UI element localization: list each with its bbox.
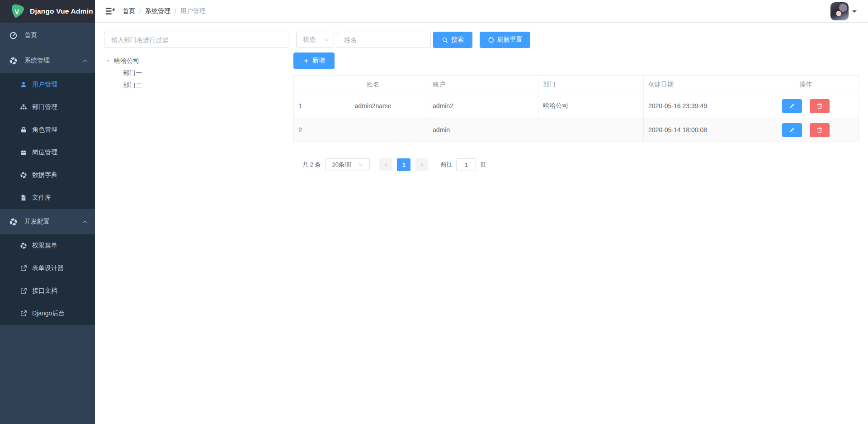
tree-node-root[interactable]: 哈哈公司 <box>104 55 289 67</box>
col-header-actions: 操作 <box>753 76 859 94</box>
logo-bar: V Django Vue Admin <box>0 0 95 23</box>
sidebar-item-label: 数据字典 <box>32 171 57 179</box>
delete-button[interactable] <box>810 99 830 113</box>
tree-node-label: 哈哈公司 <box>114 57 139 65</box>
edit-button[interactable] <box>782 99 802 113</box>
trash-icon <box>816 127 823 133</box>
caret-down-icon <box>358 162 363 168</box>
table-row: 2 admin 2020-05-14 18:00:08 <box>294 118 859 142</box>
sidebar-item-user-management[interactable]: 用户管理 <box>0 73 95 96</box>
chevron-up-icon <box>82 219 88 225</box>
status-select-placeholder: 状态 <box>303 36 316 44</box>
edit-pencil-icon <box>789 103 795 109</box>
caret-down-icon <box>852 10 857 15</box>
sidebar-item-label: 系统管理 <box>24 57 50 65</box>
sidebar-item-label: 部门管理 <box>32 103 57 111</box>
component-icon <box>9 57 18 65</box>
tree-icon <box>20 104 27 111</box>
goto-label: 前往 <box>440 161 452 169</box>
sidebar-item-dept-management[interactable]: 部门管理 <box>0 96 95 119</box>
next-page-button[interactable] <box>415 158 428 171</box>
dept-tree: 哈哈公司 部门一 部门二 <box>104 52 289 91</box>
page-content: 状态 搜索 刷新重置 哈哈公司 部门一 <box>95 23 868 424</box>
sidebar-item-label: 开发配置 <box>24 218 50 226</box>
sidebar-item-permission-menu[interactable]: 权限菜单 <box>0 234 95 257</box>
briefcase-icon <box>20 149 27 156</box>
breadcrumb: 首页 / 系统管理 / 用户管理 <box>123 7 206 15</box>
cell-actions <box>753 118 859 142</box>
page-size-select[interactable]: 20条/页 <box>325 158 370 171</box>
sidebar-item-label: 首页 <box>24 31 37 39</box>
prev-page-button[interactable] <box>379 158 392 171</box>
cell-name: admin2name <box>318 94 428 118</box>
topbar-right <box>830 2 857 20</box>
sidebar-item-dev-config[interactable]: 开发配置 <box>0 209 95 234</box>
sidebar-item-role-management[interactable]: 角色管理 <box>0 119 95 141</box>
user-avatar[interactable] <box>830 2 849 20</box>
table-header-row: 姓名 账户 部门 创建日期 操作 <box>294 76 859 94</box>
search-icon <box>442 37 448 43</box>
page-size-value: 20条/页 <box>332 161 352 169</box>
sidebar: V Django Vue Admin 首页 系统管理 用户管理 部门管理 角 <box>0 0 95 424</box>
breadcrumb-home[interactable]: 首页 <box>123 7 135 15</box>
breadcrumb-separator: / <box>139 8 141 15</box>
component-icon <box>9 218 18 226</box>
pagination: 共 2 条 20条/页 1 前往 页 <box>302 158 859 171</box>
external-link-icon <box>20 265 27 272</box>
filter-row: 状态 搜索 刷新重置 <box>104 32 859 48</box>
tree-node-child[interactable]: 部门二 <box>104 79 289 91</box>
delete-button[interactable] <box>810 123 830 137</box>
sidebar-item-post-management[interactable]: 岗位管理 <box>0 141 95 164</box>
col-header-dept: 部门 <box>538 76 644 94</box>
status-select[interactable]: 状态 <box>296 32 334 48</box>
sidebar-item-data-dict[interactable]: 数据字典 <box>0 164 95 186</box>
col-header-account: 账户 <box>428 76 538 94</box>
sidebar-menu: 首页 系统管理 用户管理 部门管理 角色管理 岗位管理 <box>0 23 95 424</box>
name-filter-input[interactable] <box>337 32 431 48</box>
col-header-name: 姓名 <box>318 76 428 94</box>
submenu-dev-config: 权限菜单 表单设计器 接口文档 Django后台 <box>0 234 95 325</box>
page-number-button[interactable]: 1 <box>397 158 410 171</box>
plus-icon <box>303 57 310 64</box>
arrow-right-icon <box>419 162 425 168</box>
app-logo-icon: V <box>10 4 24 19</box>
breadcrumb-system[interactable]: 系统管理 <box>145 7 170 15</box>
edit-button[interactable] <box>782 123 802 137</box>
cell-created: 2020-05-16 23:39:49 <box>644 94 753 118</box>
body-row: 哈哈公司 部门一 部门二 新增 <box>104 52 859 171</box>
lock-icon <box>20 126 27 133</box>
cell-actions <box>753 94 859 118</box>
breadcrumb-current: 用户管理 <box>180 7 206 15</box>
tree-node-label: 部门二 <box>123 81 142 90</box>
sidebar-item-file-library[interactable]: 文件库 <box>0 186 95 209</box>
tree-node-child[interactable]: 部门一 <box>104 67 289 79</box>
sidebar-item-django-admin[interactable]: Django后台 <box>0 302 95 325</box>
caret-down-icon <box>324 37 330 43</box>
chevron-up-icon <box>82 57 88 64</box>
refresh-icon <box>488 37 495 43</box>
topbar: 首页 / 系统管理 / 用户管理 <box>95 0 868 23</box>
main-area: 首页 / 系统管理 / 用户管理 状态 搜索 刷新重置 <box>95 0 868 424</box>
cell-account: admin <box>428 118 538 142</box>
table-panel: 新增 姓名 账户 部门 创建日期 操作 <box>293 52 859 171</box>
refresh-reset-button[interactable]: 刷新重置 <box>480 32 530 48</box>
page-unit-label: 页 <box>480 161 486 169</box>
sidebar-item-api-docs[interactable]: 接口文档 <box>0 280 95 302</box>
dept-filter-input[interactable] <box>104 32 289 48</box>
goto-page-input[interactable] <box>456 158 476 171</box>
sidebar-item-label: 用户管理 <box>32 81 57 89</box>
table-row: 1 admin2name admin2 哈哈公司 2020-05-16 23:3… <box>294 94 859 118</box>
cell-name <box>318 118 428 142</box>
sidebar-item-system-management[interactable]: 系统管理 <box>0 48 95 73</box>
sidebar-item-home[interactable]: 首页 <box>0 23 95 48</box>
sidebar-item-form-designer[interactable]: 表单设计器 <box>0 257 95 280</box>
col-header-index <box>294 76 318 94</box>
search-button[interactable]: 搜索 <box>433 32 472 48</box>
user-table: 姓名 账户 部门 创建日期 操作 1 admin2name admin2 哈哈公 <box>293 75 859 142</box>
add-button[interactable]: 新增 <box>293 52 335 69</box>
sidebar-item-label: 角色管理 <box>32 126 57 134</box>
trash-icon <box>816 103 823 109</box>
hamburger-icon[interactable] <box>105 6 115 16</box>
submenu-system-management: 用户管理 部门管理 角色管理 岗位管理 数据字典 文件库 <box>0 73 95 209</box>
sidebar-item-label: 表单设计器 <box>32 264 64 272</box>
